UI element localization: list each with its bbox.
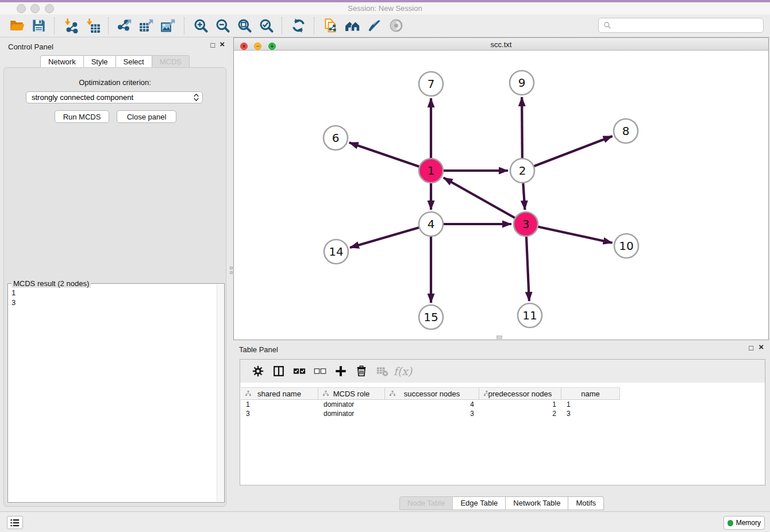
graph-node-8[interactable]: 8	[614, 119, 638, 143]
network-canvas[interactable]: 1234678910111415	[234, 51, 768, 340]
graph-node-6[interactable]: 6	[324, 126, 348, 150]
tab-network-table[interactable]: Network Table	[506, 496, 568, 510]
column-header-predecessor-nodes[interactable]: predecessor nodes	[479, 388, 561, 399]
network-graph[interactable]: 1234678910111415	[234, 51, 768, 340]
tab-motifs[interactable]: Motifs	[568, 496, 604, 510]
add-column-button[interactable]	[330, 363, 351, 380]
graph-edge-2-8[interactable]	[522, 136, 613, 171]
svg-text:7: 7	[428, 77, 435, 91]
birdseye-view-button[interactable]	[385, 17, 407, 35]
close-panel-button[interactable]: Close panel	[117, 110, 176, 123]
plus-icon	[334, 365, 347, 377]
cell-predecessor-nodes: 2	[479, 410, 561, 418]
export-table-button[interactable]	[136, 17, 157, 35]
zoom-out-button[interactable]	[211, 17, 233, 35]
export-image-button[interactable]	[157, 17, 179, 35]
table-row[interactable]: 1dominator411	[241, 400, 764, 409]
open-session-button[interactable]	[6, 17, 28, 35]
delete-table-button	[372, 363, 392, 380]
save-session-button[interactable]	[28, 17, 49, 35]
column-header-successor-nodes[interactable]: successor nodes	[385, 388, 479, 399]
svg-text:14: 14	[329, 245, 343, 259]
table-settings-button[interactable]	[248, 363, 268, 380]
cell-predecessor-nodes: 1	[479, 400, 561, 408]
svg-text:2: 2	[519, 164, 526, 178]
mcds-result-text[interactable]: 13	[9, 287, 217, 501]
svg-text:9: 9	[518, 76, 526, 90]
graph-node-15[interactable]: 15	[419, 305, 443, 329]
split-panel-button[interactable]	[268, 363, 289, 380]
column-label: successor nodes	[385, 390, 479, 398]
float-panel-icon[interactable]: □	[210, 42, 215, 49]
cell-shared-name: 3	[241, 410, 318, 418]
memory-button[interactable]: Memory	[723, 516, 765, 530]
run-mcds-button[interactable]: Run MCDS	[55, 110, 109, 123]
graph-node-10[interactable]: 10	[614, 234, 638, 258]
import-table-button[interactable]	[82, 17, 103, 35]
delete-column-button[interactable]	[351, 363, 372, 380]
control-panel: Control Panel □ × NetworkStyleSelectMCDS…	[0, 37, 230, 511]
column-header-MCDS-role[interactable]: MCDS role	[318, 388, 385, 399]
graph-node-14[interactable]: 14	[324, 240, 348, 264]
network-window-titlebar[interactable]: × − + scc.txt	[234, 38, 768, 51]
cell-successor-nodes: 3	[385, 410, 479, 418]
graph-edge-1-6[interactable]	[349, 142, 431, 171]
namespace-icon	[389, 390, 396, 397]
apply-layout-button[interactable]	[287, 17, 309, 35]
canvas-resize-handle[interactable]	[496, 336, 502, 339]
import-network-icon	[63, 18, 79, 33]
deselect-all-button[interactable]	[310, 363, 330, 380]
cell-name: 1	[561, 400, 620, 408]
details-slash-icon	[367, 18, 382, 33]
result-scrollbar[interactable]	[217, 284, 224, 502]
column-header-name[interactable]: name	[561, 388, 620, 399]
svg-text:1: 1	[428, 164, 435, 178]
import-network-button[interactable]	[60, 17, 82, 35]
graph-edge-3-1[interactable]	[444, 178, 526, 224]
table-panel-title: Table Panel	[239, 345, 278, 354]
toolbar-separator	[282, 17, 283, 34]
float-table-panel-icon[interactable]: □	[749, 345, 753, 352]
graph-node-1[interactable]: 1	[419, 159, 443, 183]
graph-edge-3-10[interactable]	[526, 224, 613, 243]
graph-node-2[interactable]: 2	[510, 159, 534, 183]
optimization-criterion-label: Optimization criterion:	[4, 78, 226, 87]
cell-MCDS-role: dominator	[318, 400, 385, 408]
column-header-shared-name[interactable]: shared name	[241, 388, 318, 399]
close-table-panel-icon[interactable]: ×	[759, 344, 764, 350]
zoom-fit-icon	[237, 18, 252, 33]
column-label: predecessor nodes	[479, 390, 561, 398]
function-icon: f(x)	[394, 365, 413, 377]
zoom-out-icon	[215, 18, 230, 33]
save-icon	[31, 18, 47, 33]
task-history-button[interactable]	[7, 516, 23, 529]
zoom-selected-button[interactable]	[255, 17, 277, 35]
export-network-button[interactable]	[114, 17, 136, 35]
zoom-fit-button[interactable]	[233, 17, 255, 35]
graph-node-9[interactable]: 9	[510, 71, 534, 95]
panel-splitter-handle[interactable]	[229, 267, 233, 276]
tab-edge-table[interactable]: Edge Table	[453, 496, 506, 510]
cell-name: 3	[561, 410, 620, 418]
network-view-window: × − + scc.txt 1234678910111415	[233, 37, 769, 340]
select-all-button[interactable]	[289, 363, 310, 380]
table-header-row: shared nameMCDS rolesuccessor nodesprede…	[241, 387, 620, 400]
zoom-in-button[interactable]	[190, 17, 211, 35]
search-field[interactable]	[598, 18, 764, 33]
criterion-select[interactable]: strongly connected component	[26, 91, 203, 103]
graph-node-3[interactable]: 3	[514, 212, 538, 236]
graph-node-11[interactable]: 11	[518, 303, 542, 327]
criterion-value: strongly connected component	[32, 93, 133, 102]
graph-node-7[interactable]: 7	[419, 72, 443, 96]
export-network-icon	[117, 18, 133, 33]
table-row[interactable]: 3dominator323	[241, 409, 764, 418]
status-bar: Memory	[0, 511, 770, 532]
tab-node-table[interactable]: Node Table	[399, 496, 453, 510]
home-button[interactable]	[341, 17, 363, 35]
new-network-view-button[interactable]	[319, 17, 341, 35]
graphics-details-button[interactable]	[363, 17, 385, 35]
close-panel-icon[interactable]: ×	[220, 41, 225, 48]
search-input[interactable]	[614, 19, 763, 32]
graph-node-4[interactable]: 4	[419, 212, 443, 236]
check-boxes-icon	[293, 365, 306, 377]
